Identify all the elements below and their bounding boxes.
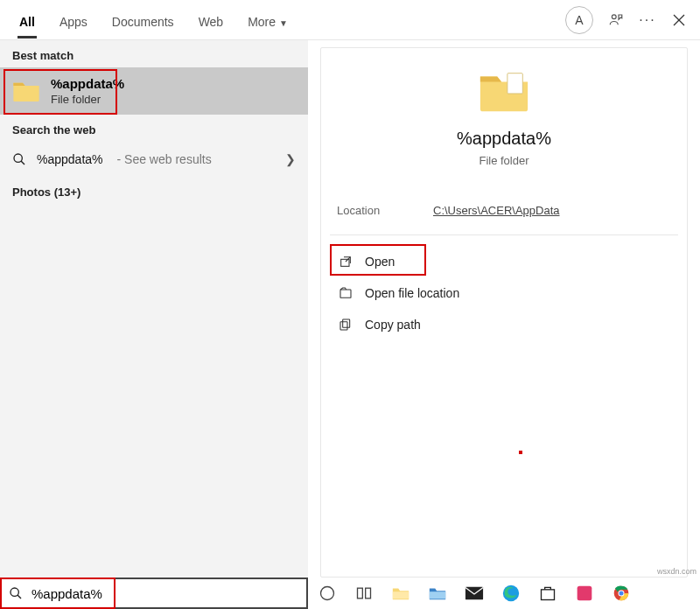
svg-point-21: [620, 592, 624, 596]
search-bar[interactable]: [0, 578, 308, 609]
search-icon: [12, 152, 26, 166]
svg-rect-5: [508, 74, 522, 94]
header-bar: All Apps Documents Web More▼ A ···: [0, 0, 700, 40]
best-match-subtitle: File folder: [51, 93, 124, 106]
svg-line-11: [18, 595, 21, 598]
svg-rect-18: [578, 586, 592, 601]
best-match-result[interactable]: %appdata% File folder: [0, 67, 308, 115]
preview-card: %appdata% File folder Location C:\Users\…: [320, 47, 688, 578]
tab-apps[interactable]: Apps: [49, 3, 98, 38]
chevron-down-icon: ▼: [279, 18, 288, 28]
open-icon: [339, 255, 353, 269]
web-result-query: %appdata%: [37, 152, 103, 166]
svg-point-0: [612, 14, 616, 18]
web-result[interactable]: %appdata% - See web results ❯: [0, 142, 308, 177]
chrome-icon[interactable]: [611, 583, 632, 604]
svg-rect-6: [341, 259, 349, 266]
preview-actions: Open Open file location Copy path: [330, 246, 678, 340]
search-web-label: Search the web: [0, 115, 308, 142]
svg-rect-14: [366, 588, 371, 598]
account-avatar[interactable]: A: [565, 6, 593, 34]
svg-line-4: [21, 161, 24, 164]
action-copy-path[interactable]: Copy path: [333, 309, 675, 340]
svg-rect-8: [343, 319, 350, 327]
preview-subtitle: File folder: [330, 154, 678, 167]
svg-rect-17: [542, 590, 555, 600]
results-panel: Best match %appdata% File folder Search …: [0, 40, 308, 578]
task-view-icon[interactable]: [354, 583, 374, 604]
tab-all[interactable]: All: [9, 3, 46, 38]
mail-icon[interactable]: [464, 583, 485, 604]
folder-icon: [12, 77, 40, 105]
feedback-icon[interactable]: [600, 4, 632, 36]
action-open-location[interactable]: Open file location: [333, 277, 675, 309]
svg-point-12: [321, 587, 334, 600]
cortana-icon[interactable]: [317, 583, 338, 604]
main-area: Best match %appdata% File folder Search …: [0, 40, 700, 578]
file-explorer-alt-icon[interactable]: [427, 583, 448, 604]
tab-more[interactable]: More▼: [237, 3, 298, 38]
svg-rect-15: [466, 587, 483, 600]
action-open-label: Open: [365, 255, 395, 269]
copy-icon: [339, 318, 353, 332]
close-icon[interactable]: [663, 4, 695, 36]
svg-rect-9: [340, 322, 347, 330]
svg-point-10: [10, 588, 18, 596]
annotation-dot: [519, 451, 522, 454]
preview-panel: %appdata% File folder Location C:\Users\…: [308, 40, 700, 578]
search-icon: [9, 586, 23, 600]
store-icon[interactable]: [537, 583, 558, 604]
edge-icon[interactable]: [500, 583, 522, 604]
preview-title: %appdata%: [330, 129, 678, 149]
more-options-icon[interactable]: ···: [632, 4, 663, 36]
best-match-title: %appdata%: [51, 76, 124, 91]
web-result-hint: - See web results: [117, 152, 212, 166]
location-label: Location: [337, 204, 433, 217]
action-open[interactable]: Open: [333, 246, 675, 277]
taskbar: [308, 578, 700, 609]
svg-rect-13: [358, 588, 363, 598]
svg-point-3: [14, 154, 22, 162]
chevron-right-icon: ❯: [285, 152, 296, 166]
action-copy-path-label: Copy path: [365, 318, 421, 332]
search-input[interactable]: [30, 585, 299, 602]
watermark: wsxdn.com: [657, 567, 696, 576]
photos-section-label: Photos (13+): [0, 177, 308, 207]
location-row: Location C:\Users\ACER\AppData: [330, 204, 678, 235]
open-location-icon: [339, 286, 353, 300]
filter-tabs: All Apps Documents Web More▼: [9, 3, 298, 38]
file-explorer-icon[interactable]: [390, 583, 411, 604]
best-match-label: Best match: [0, 40, 308, 67]
folder-large-icon: [477, 69, 531, 115]
action-open-location-label: Open file location: [365, 286, 459, 300]
tab-web[interactable]: Web: [188, 3, 234, 38]
svg-rect-7: [340, 290, 351, 298]
tab-documents[interactable]: Documents: [102, 3, 185, 38]
location-link[interactable]: C:\Users\ACER\AppData: [433, 204, 560, 217]
app-pink-icon[interactable]: [574, 583, 595, 604]
